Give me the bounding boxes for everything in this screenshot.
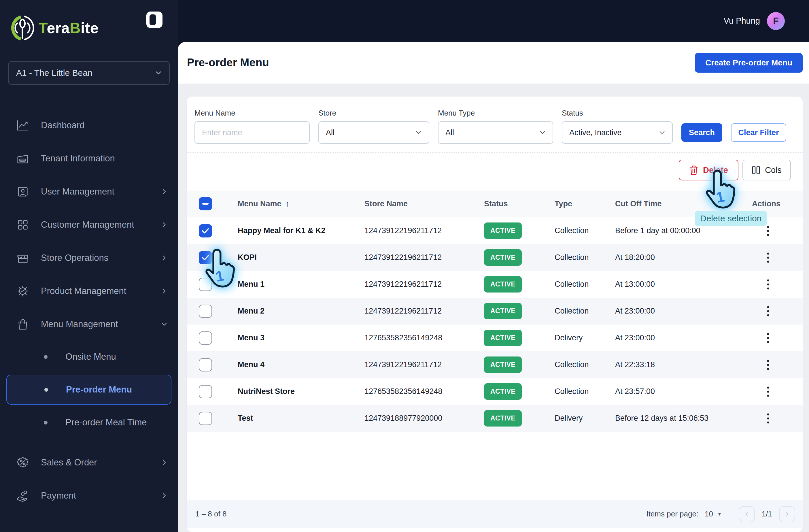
row-actions-menu-button[interactable] [765, 304, 771, 319]
sidebar-item-user-management[interactable]: User Management [0, 175, 178, 208]
sidebar-subitem-onsite-menu[interactable]: Onsite Menu [0, 341, 178, 373]
row-actions-menu-button[interactable] [765, 250, 771, 265]
row-actions-menu-button[interactable] [765, 277, 771, 292]
status-badge: ACTIVE [484, 303, 522, 319]
row-actions-menu-button[interactable] [765, 357, 771, 372]
cell-menu-name: KOPI [224, 253, 351, 262]
search-button[interactable]: Search [682, 123, 722, 142]
trash-icon [689, 165, 699, 175]
sidebar-item-label: Customer Management [41, 220, 150, 230]
previous-page-button[interactable]: ‹ [739, 506, 755, 522]
clear-filter-button[interactable]: Clear Filter [731, 123, 786, 142]
avatar-letter: F [773, 16, 779, 26]
menu-type-field: Menu Type All [438, 109, 553, 144]
select-all-checkbox[interactable] [199, 197, 212, 210]
sidebar-item-label: Menu Management [41, 319, 150, 329]
chevron-right-icon [161, 255, 167, 261]
sidebar-item-payment[interactable]: Payment [0, 479, 178, 512]
kebab-icon [767, 332, 770, 344]
chevron-down-icon [155, 70, 161, 76]
status-select-value: Active, Inactive [569, 128, 659, 137]
cell-store-name: 124739122196211712 [351, 253, 470, 262]
chevron-down-icon [659, 130, 665, 136]
building-icon [16, 152, 29, 165]
sidebar-item-label: User Management [41, 187, 150, 197]
table-header: Menu Name↑ Store Name Status Type Cut Of… [187, 191, 803, 217]
status-badge: ACTIVE [484, 357, 522, 373]
sidebar-subitem-pre-order-meal-time[interactable]: Pre-order Meal Time [0, 406, 178, 439]
sidebar-item-dashboard[interactable]: Dashboard [0, 109, 178, 142]
row-checkbox[interactable] [199, 358, 212, 372]
row-actions-menu-button[interactable] [765, 384, 771, 399]
menu-type-select[interactable]: All [438, 121, 553, 144]
status-badge: ACTIVE [484, 276, 522, 292]
sidebar-item-customer-management[interactable]: Customer Management [0, 208, 178, 241]
avatar[interactable]: F [767, 12, 785, 30]
store-select[interactable]: All [319, 121, 429, 144]
column-header-store-name[interactable]: Store Name [351, 200, 470, 208]
sidebar-item-label: Sales & Order [41, 457, 150, 468]
cell-menu-name: Test [224, 414, 351, 423]
row-checkbox[interactable] [199, 385, 212, 398]
chevron-right-icon [161, 288, 167, 294]
kebab-icon [767, 225, 770, 237]
cell-cut-off-time: At 23:00:00 [602, 307, 738, 315]
store-label: Store [319, 109, 429, 118]
cols-button[interactable]: Cols [742, 160, 791, 181]
row-checkbox[interactable] [199, 412, 212, 425]
sidebar-item-label: Payment [41, 491, 150, 501]
row-checkbox[interactable] [199, 251, 212, 264]
column-header-menu-name[interactable]: Menu Name↑ [224, 199, 351, 208]
status-badge: ACTIVE [484, 249, 522, 266]
table-row: Menu 1 124739122196211712 ACTIVE Collect… [187, 271, 803, 298]
tenant-selector[interactable]: A1 - The Little Bean [8, 61, 170, 85]
delete-button[interactable]: Delete [679, 160, 738, 181]
menu-name-input[interactable] [194, 121, 310, 144]
user-icon [16, 185, 29, 198]
cols-button-label: Cols [765, 166, 781, 175]
sidebar-item-menu-management[interactable]: Menu Management [0, 308, 178, 341]
status-badge: ACTIVE [484, 410, 522, 427]
chevron-down-icon [415, 130, 422, 136]
store-field: Store All [319, 109, 429, 144]
sidebar-item-store-operations[interactable]: Store Operations [0, 241, 178, 274]
sidebar-item-tenant-information[interactable]: Tenant Information [0, 142, 178, 175]
cell-type: Delivery [541, 333, 602, 342]
sidebar-item-sales-order[interactable]: Sales & Order [0, 446, 178, 479]
cell-menu-name: Menu 3 [224, 333, 351, 342]
column-header-status[interactable]: Status [470, 200, 541, 208]
tenant-selector-value: A1 - The Little Bean [16, 68, 155, 78]
column-header-cut-off-time[interactable]: Cut Off Time [602, 200, 738, 208]
cell-type: Collection [541, 387, 602, 396]
bullet-icon [45, 388, 48, 392]
column-header-type[interactable]: Type [541, 200, 602, 208]
row-checkbox[interactable] [199, 331, 212, 345]
cell-store-name: 127653582356149248 [351, 333, 470, 342]
sidebar-subitem-label: Onsite Menu [65, 351, 116, 362]
cell-type: Collection [541, 253, 602, 262]
create-pre-order-menu-button[interactable]: Create Pre-order Menu [695, 53, 803, 73]
row-actions-menu-button[interactable] [765, 411, 771, 426]
table-body: Happy Meal for K1 & K2 12473912219621171… [187, 217, 803, 432]
sort-asc-icon: ↑ [286, 199, 290, 208]
items-per-page-value: 10 [705, 510, 713, 518]
sidebar-subitem-pre-order-menu[interactable]: Pre-order Menu [6, 375, 171, 405]
status-label: Status [562, 109, 673, 118]
status-select[interactable]: Active, Inactive [562, 121, 673, 144]
sidebar-item-label: Tenant Information [41, 153, 167, 164]
row-checkbox[interactable] [199, 305, 212, 318]
sidebar-item-product-management[interactable]: Product Management [0, 274, 178, 308]
row-checkbox[interactable] [199, 224, 212, 238]
next-page-button[interactable]: › [779, 506, 795, 522]
menu-type-label: Menu Type [438, 109, 553, 118]
row-actions-menu-button[interactable] [765, 223, 771, 238]
sidebar-collapse-toggle[interactable] [147, 12, 162, 28]
cell-type: Collection [541, 307, 602, 315]
row-checkbox[interactable] [199, 278, 212, 291]
table-row: Menu 3 127653582356149248 ACTIVE Deliver… [187, 325, 803, 351]
chevron-right-icon [161, 222, 167, 228]
kebab-icon [767, 413, 770, 424]
items-per-page-select[interactable]: 10 ▼ [705, 510, 722, 518]
row-actions-menu-button[interactable] [765, 330, 771, 345]
status-badge: ACTIVE [484, 330, 522, 346]
